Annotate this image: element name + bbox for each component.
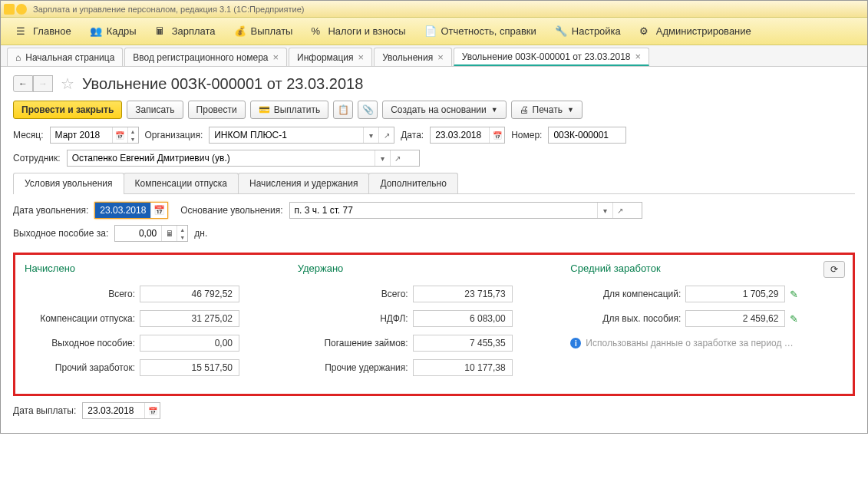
- dismissal-date-label: Дата увольнения:: [13, 205, 88, 216]
- edit-icon[interactable]: ✎: [790, 313, 798, 325]
- tabs-bar: ⌂Начальная страница Ввод регистрационног…: [1, 45, 867, 67]
- save-button[interactable]: Записать: [127, 101, 183, 119]
- movements-button[interactable]: 📋: [333, 101, 353, 119]
- open-icon[interactable]: ↗: [390, 150, 405, 166]
- wallet-icon: 💳: [259, 104, 270, 115]
- withheld-loan-label: Погашение займов:: [298, 338, 413, 348]
- dropdown-icon[interactable]: [16, 4, 27, 15]
- menu-reports[interactable]: 📄Отчетность, справки: [415, 18, 546, 45]
- accrued-comp-value: 31 275,02: [140, 310, 239, 327]
- org-input[interactable]: ▾ ↗: [209, 127, 394, 144]
- menu-main[interactable]: ☰Главное: [7, 18, 81, 45]
- org-label: Организация:: [145, 130, 203, 140]
- gear-icon: ⚙: [639, 25, 652, 38]
- nav-forward-button[interactable]: →: [33, 75, 53, 92]
- month-input[interactable]: 📅 ▲▼: [50, 127, 139, 144]
- accrued-sev-label: Выходное пособие:: [25, 338, 140, 348]
- date-input[interactable]: 📅: [430, 127, 505, 144]
- menu-admin[interactable]: ⚙Администрирование: [630, 18, 761, 45]
- basis-label: Основание увольнения:: [180, 205, 282, 216]
- withheld-total-label: Всего:: [298, 289, 413, 299]
- tab-dismissals[interactable]: Увольнения×: [374, 48, 452, 66]
- employee-label: Сотрудник:: [13, 153, 61, 163]
- chevron-down-icon: ▼: [567, 106, 574, 114]
- avg-info-text[interactable]: Использованы данные о заработке за перио…: [586, 338, 793, 348]
- withheld-header: Удержано: [298, 263, 571, 274]
- calendar-icon[interactable]: 📅: [112, 127, 127, 143]
- app-icon: [4, 4, 15, 15]
- chevron-down-icon[interactable]: ▾: [363, 127, 378, 143]
- post-button[interactable]: Провести: [188, 101, 246, 119]
- menu-hr[interactable]: 👥Кадры: [81, 18, 146, 45]
- spin-up[interactable]: ▲: [127, 127, 138, 135]
- spin-up[interactable]: ▲: [177, 226, 187, 233]
- home-icon: ⌂: [15, 52, 21, 63]
- open-icon[interactable]: ↗: [612, 203, 628, 218]
- info-icon: i: [570, 338, 581, 348]
- avg-header: Средний заработок: [570, 263, 843, 274]
- favorite-icon[interactable]: ☆: [61, 74, 74, 93]
- hamburger-icon: ☰: [16, 25, 28, 38]
- chevron-down-icon: ▼: [491, 106, 498, 114]
- menu-salary[interactable]: 🖩Зарплата: [146, 18, 225, 45]
- spin-down[interactable]: ▼: [177, 233, 187, 241]
- calculator-icon: 🖩: [155, 25, 167, 38]
- num-label: Номер:: [511, 130, 542, 140]
- totals-box: ⟳ Начислено Всего:46 792,52 Компенсации …: [13, 253, 855, 396]
- menu-payments[interactable]: 💰Выплаты: [225, 18, 302, 45]
- refresh-icon: ⟳: [830, 264, 838, 275]
- accrued-other-label: Прочий заработок:: [25, 362, 140, 373]
- close-icon[interactable]: ×: [437, 51, 444, 63]
- edit-icon[interactable]: ✎: [790, 289, 798, 300]
- menu-settings[interactable]: 🔧Настройка: [546, 18, 630, 45]
- accrued-header: Начислено: [25, 263, 298, 274]
- avg-comp-value: 1 705,29: [685, 286, 785, 302]
- subtab-accruals[interactable]: Начисления и удержания: [238, 173, 369, 193]
- avg-comp-label: Для компенсаций:: [570, 289, 685, 299]
- chevron-down-icon[interactable]: ▾: [597, 203, 612, 218]
- tab-dismissal-doc[interactable]: Увольнение 00ЗК-000001 от 23.03.2018×: [454, 48, 649, 66]
- num-input[interactable]: [548, 127, 626, 144]
- dismissal-date-input[interactable]: 📅: [94, 202, 168, 219]
- create-based-button[interactable]: Создать на основании▼: [382, 101, 506, 119]
- refresh-button[interactable]: ⟳: [823, 261, 845, 278]
- close-icon[interactable]: ×: [358, 51, 365, 63]
- close-icon[interactable]: ×: [273, 51, 279, 63]
- chevron-down-icon[interactable]: ▾: [375, 150, 390, 166]
- pay-button[interactable]: 💳Выплатить: [250, 101, 329, 119]
- money-icon: 💰: [234, 25, 246, 38]
- calendar-icon[interactable]: 📅: [150, 203, 167, 218]
- subtab-additional[interactable]: Дополнительно: [368, 173, 457, 193]
- basis-input[interactable]: ▾ ↗: [289, 202, 642, 219]
- close-icon[interactable]: ×: [635, 51, 642, 62]
- post-and-close-button[interactable]: Провести и закрыть: [13, 101, 122, 119]
- tab-reg-number[interactable]: Ввод регистрационного номера×: [124, 48, 287, 66]
- spin-down[interactable]: ▼: [127, 135, 138, 143]
- print-button[interactable]: 🖨Печать▼: [511, 101, 583, 119]
- list-icon: 📋: [338, 104, 349, 115]
- title-text: Зарплата и управление персоналом, редакц…: [33, 5, 304, 14]
- open-icon[interactable]: ↗: [378, 127, 394, 143]
- subtab-vacation-comp[interactable]: Компенсации отпуска: [124, 173, 239, 193]
- attach-button[interactable]: 📎: [358, 101, 378, 119]
- accrued-comp-label: Компенсации отпуска:: [25, 313, 140, 324]
- calendar-icon[interactable]: 📅: [144, 403, 160, 418]
- tab-home[interactable]: ⌂Начальная страница: [7, 48, 123, 66]
- withheld-total-value: 23 715,73: [413, 286, 513, 302]
- severance-input[interactable]: 🖩 ▲▼: [114, 225, 188, 242]
- tab-info[interactable]: Информация×: [289, 48, 372, 66]
- menu-taxes[interactable]: %Налоги и взносы: [302, 18, 414, 45]
- subtab-conditions[interactable]: Условия увольнения: [13, 173, 124, 193]
- date-label: Дата:: [401, 130, 424, 140]
- employee-input[interactable]: ▾ ↗: [67, 150, 420, 167]
- title-bar: Зарплата и управление персоналом, редакц…: [1, 1, 867, 18]
- calculator-icon[interactable]: 🖩: [161, 226, 177, 241]
- paydate-label: Дата выплаты:: [13, 405, 76, 416]
- withheld-ndfl-label: НДФЛ:: [298, 313, 413, 324]
- people-icon: 👥: [90, 25, 102, 38]
- paydate-input[interactable]: 📅: [82, 402, 160, 419]
- nav-back-button[interactable]: ←: [13, 75, 33, 92]
- paperclip-icon: 📎: [362, 104, 374, 115]
- calendar-icon[interactable]: 📅: [489, 127, 504, 143]
- accrued-total-value: 46 792,52: [140, 286, 239, 302]
